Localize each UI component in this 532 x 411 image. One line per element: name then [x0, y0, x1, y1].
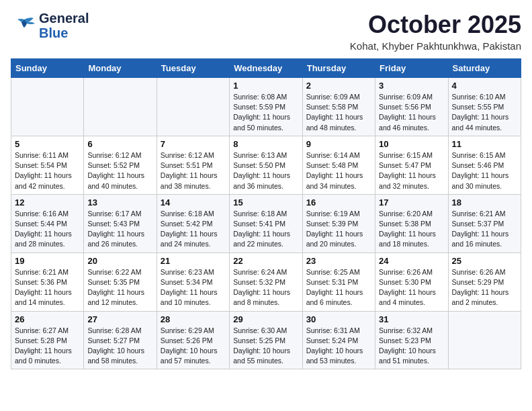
day-info: Sunrise: 6:18 AM Sunset: 5:42 PM Dayligh… — [161, 209, 226, 250]
day-number: 11 — [452, 139, 517, 149]
day-number: 25 — [452, 256, 517, 266]
day-cell: 6Sunrise: 6:12 AM Sunset: 5:52 PM Daylig… — [84, 136, 157, 194]
day-info: Sunrise: 6:12 AM Sunset: 5:51 PM Dayligh… — [161, 150, 226, 191]
month-title: October 2025 — [350, 11, 521, 39]
day-cell: 3Sunrise: 6:09 AM Sunset: 5:56 PM Daylig… — [375, 78, 448, 136]
weekday-header-row: SundayMondayTuesdayWednesdayThursdayFrid… — [11, 59, 521, 78]
day-number: 16 — [306, 197, 371, 208]
day-number: 18 — [452, 197, 517, 208]
day-info: Sunrise: 6:29 AM Sunset: 5:26 PM Dayligh… — [161, 326, 226, 367]
logo-general: General — [39, 11, 89, 26]
day-number: 1 — [233, 81, 298, 91]
day-number: 10 — [379, 139, 444, 149]
day-cell: 21Sunrise: 6:23 AM Sunset: 5:34 PM Dayli… — [157, 253, 229, 311]
logo: General Blue — [11, 11, 89, 40]
day-info: Sunrise: 6:17 AM Sunset: 5:43 PM Dayligh… — [87, 209, 152, 250]
day-number: 20 — [87, 256, 152, 266]
day-cell: 31Sunrise: 6:32 AM Sunset: 5:23 PM Dayli… — [375, 311, 448, 369]
day-number: 14 — [161, 197, 226, 208]
day-number: 13 — [87, 197, 152, 208]
day-number: 12 — [15, 197, 80, 208]
day-info: Sunrise: 6:30 AM Sunset: 5:25 PM Dayligh… — [233, 326, 298, 367]
day-cell: 17Sunrise: 6:20 AM Sunset: 5:38 PM Dayli… — [375, 194, 448, 253]
day-number: 6 — [87, 139, 152, 149]
title-block: October 2025 Kohat, Khyber Pakhtunkhwa, … — [350, 11, 521, 52]
day-info: Sunrise: 6:26 AM Sunset: 5:29 PM Dayligh… — [452, 267, 517, 308]
day-number: 21 — [161, 256, 226, 266]
calendar-body: 1Sunrise: 6:08 AM Sunset: 5:59 PM Daylig… — [11, 78, 521, 369]
day-cell: 12Sunrise: 6:16 AM Sunset: 5:44 PM Dayli… — [11, 194, 84, 253]
day-number: 22 — [233, 256, 298, 266]
day-info: Sunrise: 6:20 AM Sunset: 5:38 PM Dayligh… — [379, 209, 444, 250]
day-number: 30 — [306, 314, 371, 324]
day-cell: 13Sunrise: 6:17 AM Sunset: 5:43 PM Dayli… — [84, 194, 157, 253]
day-info: Sunrise: 6:16 AM Sunset: 5:44 PM Dayligh… — [15, 209, 80, 250]
day-cell: 5Sunrise: 6:11 AM Sunset: 5:54 PM Daylig… — [11, 136, 84, 194]
day-info: Sunrise: 6:23 AM Sunset: 5:34 PM Dayligh… — [161, 267, 226, 308]
day-number: 9 — [306, 139, 371, 149]
day-info: Sunrise: 6:28 AM Sunset: 5:27 PM Dayligh… — [87, 326, 152, 367]
day-info: Sunrise: 6:22 AM Sunset: 5:35 PM Dayligh… — [87, 267, 152, 308]
day-number: 7 — [161, 139, 226, 149]
day-cell: 4Sunrise: 6:10 AM Sunset: 5:55 PM Daylig… — [448, 78, 521, 136]
day-number: 15 — [233, 197, 298, 208]
day-number: 31 — [379, 314, 444, 324]
day-info: Sunrise: 6:31 AM Sunset: 5:24 PM Dayligh… — [306, 326, 371, 367]
week-row-3: 12Sunrise: 6:16 AM Sunset: 5:44 PM Dayli… — [11, 194, 521, 253]
week-row-5: 26Sunrise: 6:27 AM Sunset: 5:28 PM Dayli… — [11, 311, 521, 369]
day-cell: 7Sunrise: 6:12 AM Sunset: 5:51 PM Daylig… — [157, 136, 229, 194]
day-cell: 25Sunrise: 6:26 AM Sunset: 5:29 PM Dayli… — [448, 253, 521, 311]
logo-icon — [11, 13, 36, 38]
day-info: Sunrise: 6:19 AM Sunset: 5:39 PM Dayligh… — [306, 209, 371, 250]
day-number: 29 — [233, 314, 298, 324]
day-number: 27 — [87, 314, 152, 324]
page-header: General Blue October 2025 Kohat, Khyber … — [11, 11, 521, 52]
day-number: 3 — [379, 81, 444, 91]
day-cell: 9Sunrise: 6:14 AM Sunset: 5:48 PM Daylig… — [302, 136, 375, 194]
day-info: Sunrise: 6:12 AM Sunset: 5:52 PM Dayligh… — [87, 150, 152, 191]
day-number: 28 — [161, 314, 226, 324]
weekday-wednesday: Wednesday — [230, 59, 302, 78]
day-info: Sunrise: 6:32 AM Sunset: 5:23 PM Dayligh… — [379, 326, 444, 367]
day-info: Sunrise: 6:14 AM Sunset: 5:48 PM Dayligh… — [306, 150, 371, 191]
day-cell: 27Sunrise: 6:28 AM Sunset: 5:27 PM Dayli… — [84, 311, 157, 369]
day-cell: 14Sunrise: 6:18 AM Sunset: 5:42 PM Dayli… — [157, 194, 229, 253]
day-info: Sunrise: 6:21 AM Sunset: 5:36 PM Dayligh… — [15, 267, 80, 308]
day-cell — [157, 78, 229, 136]
day-info: Sunrise: 6:10 AM Sunset: 5:55 PM Dayligh… — [452, 92, 517, 133]
day-info: Sunrise: 6:15 AM Sunset: 5:46 PM Dayligh… — [452, 150, 517, 191]
day-info: Sunrise: 6:11 AM Sunset: 5:54 PM Dayligh… — [15, 150, 80, 191]
day-info: Sunrise: 6:18 AM Sunset: 5:41 PM Dayligh… — [233, 209, 298, 250]
day-cell — [84, 78, 157, 136]
day-info: Sunrise: 6:09 AM Sunset: 5:58 PM Dayligh… — [306, 92, 371, 133]
day-cell: 26Sunrise: 6:27 AM Sunset: 5:28 PM Dayli… — [11, 311, 84, 369]
weekday-monday: Monday — [84, 59, 157, 78]
day-info: Sunrise: 6:15 AM Sunset: 5:47 PM Dayligh… — [379, 150, 444, 191]
day-cell — [448, 311, 521, 369]
day-cell: 28Sunrise: 6:29 AM Sunset: 5:26 PM Dayli… — [157, 311, 229, 369]
day-number: 2 — [306, 81, 371, 91]
weekday-thursday: Thursday — [302, 59, 375, 78]
day-info: Sunrise: 6:13 AM Sunset: 5:50 PM Dayligh… — [233, 150, 298, 191]
day-info: Sunrise: 6:25 AM Sunset: 5:31 PM Dayligh… — [306, 267, 371, 308]
day-cell: 16Sunrise: 6:19 AM Sunset: 5:39 PM Dayli… — [302, 194, 375, 253]
day-cell: 29Sunrise: 6:30 AM Sunset: 5:25 PM Dayli… — [230, 311, 302, 369]
day-cell: 24Sunrise: 6:26 AM Sunset: 5:30 PM Dayli… — [375, 253, 448, 311]
day-info: Sunrise: 6:08 AM Sunset: 5:59 PM Dayligh… — [233, 92, 298, 133]
day-info: Sunrise: 6:24 AM Sunset: 5:32 PM Dayligh… — [233, 267, 298, 308]
day-cell: 20Sunrise: 6:22 AM Sunset: 5:35 PM Dayli… — [84, 253, 157, 311]
day-info: Sunrise: 6:09 AM Sunset: 5:56 PM Dayligh… — [379, 92, 444, 133]
day-cell — [11, 78, 84, 136]
day-cell: 1Sunrise: 6:08 AM Sunset: 5:59 PM Daylig… — [230, 78, 302, 136]
day-cell: 23Sunrise: 6:25 AM Sunset: 5:31 PM Dayli… — [302, 253, 375, 311]
day-number: 26 — [15, 314, 80, 324]
day-cell: 22Sunrise: 6:24 AM Sunset: 5:32 PM Dayli… — [230, 253, 302, 311]
week-row-1: 1Sunrise: 6:08 AM Sunset: 5:59 PM Daylig… — [11, 78, 521, 136]
day-cell: 2Sunrise: 6:09 AM Sunset: 5:58 PM Daylig… — [302, 78, 375, 136]
day-number: 23 — [306, 256, 371, 266]
day-cell: 11Sunrise: 6:15 AM Sunset: 5:46 PM Dayli… — [448, 136, 521, 194]
day-number: 19 — [15, 256, 80, 266]
week-row-4: 19Sunrise: 6:21 AM Sunset: 5:36 PM Dayli… — [11, 253, 521, 311]
day-cell: 18Sunrise: 6:21 AM Sunset: 5:37 PM Dayli… — [448, 194, 521, 253]
day-cell: 10Sunrise: 6:15 AM Sunset: 5:47 PM Dayli… — [375, 136, 448, 194]
